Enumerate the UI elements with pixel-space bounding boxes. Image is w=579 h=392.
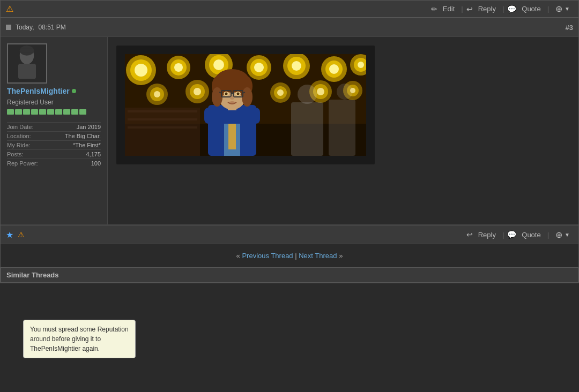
svg-point-31 (154, 91, 160, 97)
svg-rect-71 (329, 100, 355, 156)
stat-posts: Posts: 4,175 (7, 149, 101, 159)
reputation-tooltip: You must spread some Reputation around b… (23, 320, 136, 358)
rep-pip-3 (23, 109, 30, 115)
svg-point-28 (358, 62, 364, 68)
reply-arrow-icon-bottom: ↩ (466, 230, 473, 239)
stat-location: Location: The Big Char. (7, 131, 101, 140)
reply-button-top[interactable]: Reply (475, 3, 499, 15)
post-date-label: Today, (16, 24, 34, 31)
rep-pip-5 (39, 109, 46, 115)
pencil-icon-top: ✏ (431, 5, 437, 13)
svg-rect-77 (128, 126, 197, 129)
svg-point-13 (174, 63, 183, 72)
svg-point-57 (212, 87, 222, 107)
sep2: | (502, 5, 504, 13)
svg-point-43 (317, 88, 324, 95)
stat-ride: My Ride: *The First* (7, 140, 101, 149)
multi-action-icon-bottom: ⊕ (555, 230, 562, 240)
multi-action-button-bottom[interactable]: ⊕ ▼ (552, 228, 573, 242)
svg-rect-76 (128, 118, 197, 120)
post-header-left: Today, 08:51 PM (6, 24, 66, 31)
svg-point-69 (229, 101, 235, 104)
reply-button-bottom[interactable]: Reply (475, 229, 499, 241)
username: ThePenIsMightier (7, 87, 76, 95)
svg-rect-74 (125, 108, 200, 156)
svg-rect-4 (20, 49, 34, 53)
quote-button-bottom[interactable]: Quote (518, 229, 544, 241)
prev-thread-link[interactable]: Previous Thread (242, 252, 295, 260)
edit-button[interactable]: Edit (440, 3, 458, 15)
stat-rep: Rep Power: 100 (7, 159, 101, 168)
rep-pip-2 (15, 109, 22, 115)
rep-bar (7, 109, 86, 115)
rep-pip-8 (63, 109, 70, 115)
rep-pip-7 (55, 109, 62, 115)
warn-icon-bottom[interactable]: ⚠ (18, 230, 25, 239)
multi-action-button-top[interactable]: ⊕ ▼ (552, 2, 573, 16)
svg-point-73 (337, 84, 353, 100)
top-toolbar: ⚠ ✏ Edit | ↩ Reply | 💬 Quote | ⊕ ▼ (1, 1, 578, 18)
reply-arrow-icon-top: ↩ (466, 5, 473, 13)
post-number: #3 (566, 24, 573, 32)
svg-point-22 (292, 61, 301, 71)
svg-point-34 (194, 88, 201, 95)
avatar (7, 43, 47, 84)
post-image-container (116, 46, 375, 164)
quote-icon-top: 💬 (507, 5, 516, 13)
similar-threads-header: Similar Threads (1, 267, 578, 283)
post-body: ThePenIsMightier Registered User Join Da… (1, 37, 578, 225)
svg-point-10 (135, 64, 147, 77)
post-content (108, 37, 578, 224)
svg-point-66 (225, 93, 228, 95)
multi-action-icon-top: ⊕ (555, 4, 562, 14)
svg-rect-70 (291, 102, 323, 156)
post-square-icon (6, 25, 11, 30)
post-header: Today, 08:51 PM #3 (1, 18, 578, 37)
svg-rect-2 (18, 64, 36, 79)
svg-point-68 (230, 96, 234, 100)
post-image-svg (125, 54, 366, 156)
toolbar-right: ✏ Edit | ↩ Reply | 💬 Quote | ⊕ ▼ (431, 2, 573, 16)
rep-pip-4 (31, 109, 38, 115)
post-actions-bottom: ★ ⚠ ↩ Reply | 💬 Quote | ⊕ ▼ (1, 225, 578, 244)
warn-icon-top[interactable]: ⚠ (6, 4, 13, 14)
rep-pip-6 (47, 109, 54, 115)
rep-pip-9 (71, 109, 78, 115)
star-button[interactable]: ★ (6, 230, 13, 240)
sep-bottom-2: | (547, 231, 549, 239)
svg-point-16 (213, 59, 224, 70)
svg-rect-56 (216, 78, 248, 89)
sep1: | (461, 5, 463, 13)
next-thread-link[interactable]: Next Thread (299, 252, 339, 260)
svg-point-19 (254, 63, 264, 72)
svg-point-67 (237, 93, 240, 95)
toolbar-left: ⚠ (6, 4, 13, 14)
nav-row: « Previous Thread | Next Thread » (1, 244, 578, 267)
actions-right: ↩ Reply | 💬 Quote | ⊕ ▼ (466, 228, 573, 242)
svg-point-58 (242, 87, 253, 107)
svg-rect-75 (128, 110, 197, 112)
sep3: | (547, 5, 549, 13)
svg-point-72 (298, 85, 317, 104)
rep-pip-10 (79, 109, 86, 115)
svg-point-25 (329, 64, 339, 74)
quote-icon-bottom: 💬 (507, 230, 516, 239)
user-sidebar: ThePenIsMightier Registered User Join Da… (1, 37, 108, 224)
post-time: 08:51 PM (38, 24, 65, 31)
post-image (125, 54, 366, 156)
sep-bottom-1: | (502, 231, 504, 239)
svg-point-40 (277, 89, 284, 96)
nav-prefix: « (236, 252, 240, 260)
rep-pip-1 (7, 109, 14, 115)
user-title: Registered User (7, 99, 54, 106)
user-stats: Join Date: Jan 2019 Location: The Big Ch… (7, 122, 101, 168)
quote-button-top[interactable]: Quote (518, 3, 544, 15)
stat-join-date: Join Date: Jan 2019 (7, 122, 101, 131)
online-indicator (72, 89, 76, 93)
avatar-image (8, 43, 46, 84)
actions-left: ★ ⚠ (6, 230, 25, 240)
